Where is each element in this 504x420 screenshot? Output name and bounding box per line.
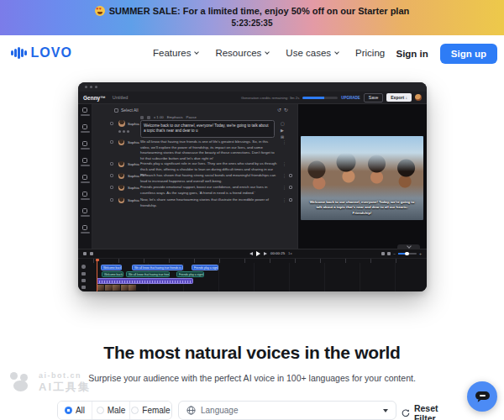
chevron-down-icon (407, 244, 412, 249)
filter-male[interactable]: Male (92, 402, 129, 419)
music-track-icon (81, 279, 86, 282)
script-editor-panel: Select All ↺↻ x 1.00 Emphasis Pause Soph… (92, 104, 297, 249)
header-actions: Sign in Sign up (396, 44, 497, 64)
sidebar-item-voice-cloning (78, 124, 92, 141)
skip-back-icon (249, 252, 253, 255)
globe-icon (186, 406, 196, 415)
voice-clip: We all know that having true friends is … (132, 265, 183, 270)
watermark-domain: ai-bot.cn (39, 371, 91, 380)
video-clip-thumbnails (97, 285, 136, 291)
promo-text: SUMMER SALE: For a limited time, enjoy 5… (109, 6, 410, 16)
speaker-avatar (118, 185, 124, 191)
speed-scale-label: x 1.00 (154, 115, 164, 119)
refresh-icon (402, 408, 410, 418)
ai-art-icon (82, 175, 87, 180)
speaker-avatar (118, 120, 125, 127)
speaker-name: Sophia (128, 162, 139, 166)
subtitle-track-icon (81, 272, 86, 276)
playback-controls: 00:00:25 1x (249, 251, 292, 256)
promo-text-row: SUMMER SALE: For a limited time, enjoy 5… (0, 0, 504, 16)
voice-cloning-icon (82, 124, 87, 129)
speaker-avatar (118, 173, 124, 179)
audio-toggle-icon (387, 252, 391, 255)
video-toggle-icon (381, 252, 385, 255)
block-checkbox (110, 162, 113, 165)
paw-logo-icon (8, 372, 34, 394)
credits-remaining-label: Generation credits remaining: 3m 2s (241, 96, 299, 100)
main-nav: Features Resources Use cases Pricing (153, 48, 385, 58)
radio-selected-icon (65, 407, 72, 414)
watermark-text: ai-bot.cn AI工具集 (39, 371, 91, 395)
nav-use-cases[interactable]: Use cases (286, 48, 339, 58)
nav-use-cases-label: Use cases (286, 48, 331, 58)
filter-female-label: Female (142, 406, 170, 415)
promo-countdown: 5:23:25:35 (0, 18, 504, 28)
app-top-bar: Genny™ Untitled Generation credits remai… (78, 92, 427, 104)
nav-features[interactable]: Features (153, 48, 198, 58)
language-select[interactable]: Language (178, 401, 396, 420)
lovo-logo[interactable]: LOVO (11, 45, 72, 60)
nav-pricing[interactable]: Pricing (355, 48, 385, 58)
chevron-down-icon (195, 50, 200, 55)
export-label: Export (391, 95, 404, 100)
subtitle-clip: Welcome back t... (102, 271, 123, 277)
skip-forward-icon (264, 252, 267, 255)
comment-icon (289, 198, 292, 202)
voiceover-icon (82, 108, 87, 113)
reset-filter-button[interactable]: Reset Filter (402, 403, 454, 420)
playhead (97, 259, 97, 291)
upgrade-link: UPGRADE (341, 96, 360, 100)
comment-icon (289, 186, 292, 189)
save-button: Save (364, 93, 383, 102)
speaker-avatar (118, 161, 124, 167)
script-textarea: Welcome back to our channel, everyone! T… (140, 120, 275, 138)
block-checkbox (110, 198, 113, 202)
block-checkbox (110, 122, 113, 125)
block-text: Now, let's share some heartwarming stori… (140, 197, 277, 208)
block-checkbox (110, 186, 113, 189)
caret-down-icon (383, 409, 388, 412)
block-checkbox (110, 140, 113, 144)
subtitles-icon (82, 158, 87, 163)
user-avatar (415, 94, 422, 101)
waveform-icon (11, 47, 27, 59)
filter-female[interactable]: Female (129, 402, 171, 419)
nav-resources-label: Resources (215, 48, 261, 58)
more-icon: ⋮ (282, 140, 286, 144)
speaker-avatar (118, 139, 124, 145)
speaker-avatar (118, 197, 124, 203)
sign-up-button[interactable]: Sign up (440, 44, 497, 64)
ai-writer-icon (82, 192, 87, 197)
sidebar-item-ai-art (78, 175, 92, 192)
chat-launcher-button[interactable] (467, 381, 497, 412)
sidebar-item-subtitles (78, 158, 92, 175)
video-preview-panel: Welcome back to our channel, everyone! T… (297, 104, 427, 249)
promo-banner[interactable]: SUMMER SALE: For a limited time, enjoy 5… (0, 0, 504, 35)
gender-filter: All Male Female (57, 401, 172, 420)
voice-clip: Welcome back t... (101, 265, 122, 270)
language-select-value: Language (201, 406, 378, 415)
text-format-toolbar: x 1.00 Emphasis Pause (140, 115, 197, 119)
nav-resources[interactable]: Resources (215, 48, 269, 58)
comment-icon (289, 174, 292, 177)
video-subtitle-caption: Welcome back to our channel, everyone! T… (307, 200, 417, 216)
filter-male-label: Male (108, 406, 126, 415)
play-icon (256, 251, 260, 256)
block-text: We all know that having true friends is … (140, 139, 277, 162)
sidebar-item-resources (78, 141, 92, 158)
filter-all[interactable]: All (58, 402, 92, 419)
watermark-cn: AI工具集 (39, 380, 91, 395)
timeline-view-controls: − + (381, 252, 422, 256)
sign-in-link[interactable]: Sign in (396, 49, 428, 59)
script-toolbar: Select All ↺↻ (92, 107, 297, 115)
sidebar-item-settings (78, 225, 92, 242)
credits-progress-bar (302, 97, 338, 99)
voice-filters: All Male Female Language (57, 401, 454, 420)
timeline-panel: 00:00:25 1x − + (78, 249, 427, 291)
emphasis-label: Emphasis (167, 115, 183, 119)
caret-icon (147, 116, 150, 119)
export-button: Export ↓ (386, 93, 412, 102)
voice-track-icon (81, 265, 86, 269)
block-text: Research has shown that having strong so… (140, 173, 277, 184)
track-gutter-icons (81, 265, 86, 289)
